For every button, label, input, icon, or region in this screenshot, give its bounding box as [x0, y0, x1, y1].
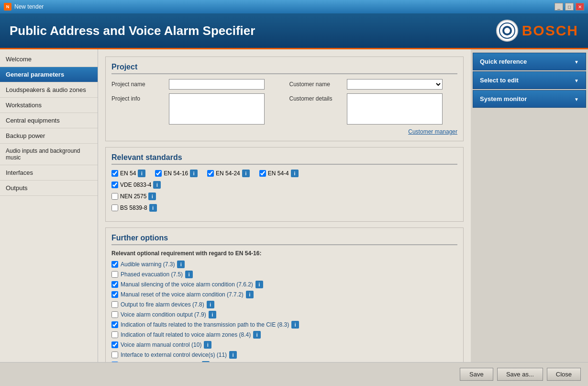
option-indication-fault-zones-checkbox[interactable]: [111, 331, 118, 338]
minimize-button[interactable]: _: [555, 3, 563, 11]
option-output-fire-checkbox[interactable]: [111, 301, 118, 308]
option-interface-external: Interface to external control device(s) …: [111, 351, 457, 359]
standard-en54-16-checkbox[interactable]: [155, 170, 162, 177]
option-audible-warning-info[interactable]: i: [177, 261, 185, 268]
project-name-input[interactable]: [169, 79, 265, 90]
option-interface-external-checkbox[interactable]: [111, 352, 118, 358]
standard-nen-info[interactable]: i: [148, 193, 156, 200]
standard-en54-4-checkbox[interactable]: [259, 170, 266, 177]
project-info-input[interactable]: [169, 93, 265, 125]
option-phased-evacuation-info[interactable]: i: [185, 271, 193, 278]
option-emergency-microphone-checkbox[interactable]: [111, 362, 118, 362]
app-title: Public Address and Voice Alarm Specifier: [10, 23, 496, 38]
project-section-title: Project: [111, 63, 457, 74]
customer-name-row: Customer name: [289, 79, 458, 90]
option-manual-reset-info[interactable]: i: [246, 291, 254, 298]
option-voice-alarm-manual-info[interactable]: i: [204, 341, 211, 349]
standard-en54-checkbox[interactable]: [111, 170, 118, 177]
option-audible-warning: Audible warning (7.3) i: [111, 261, 457, 268]
save-as-button[interactable]: Save as...: [497, 368, 543, 381]
option-manual-silencing-info[interactable]: i: [255, 281, 263, 288]
close-window-button[interactable]: ✕: [576, 3, 584, 11]
standard-en54-24-info[interactable]: i: [242, 170, 250, 177]
standard-vde-label: VDE 0833-4: [120, 182, 151, 188]
option-indication-faults-cie-info[interactable]: i: [291, 321, 299, 329]
sidebar-item-workstations[interactable]: Workstations: [0, 98, 98, 113]
save-button[interactable]: Save: [460, 368, 493, 381]
standard-en54-info[interactable]: i: [138, 170, 145, 177]
option-emergency-microphone-info[interactable]: i: [202, 361, 210, 362]
standard-en54-24-checkbox[interactable]: [207, 170, 214, 177]
option-audible-warning-checkbox[interactable]: [111, 261, 118, 268]
customer-name-select[interactable]: [347, 79, 443, 90]
option-indication-faults-cie-label: Indication of faults related to the tran…: [121, 321, 289, 328]
system-monitor-chevron-icon: [574, 95, 579, 102]
sidebar-item-general-parameters[interactable]: General parameters: [0, 67, 98, 82]
standards-row-3: NEN 2575 i: [111, 193, 457, 200]
standards-row-4: BS 5839-8 i: [111, 204, 457, 212]
option-indication-fault-zones: Indication of fault related to voice ala…: [111, 331, 457, 339]
customer-name-label: Customer name: [289, 79, 347, 88]
standard-bs-info[interactable]: i: [149, 204, 157, 212]
standard-en54-16-info[interactable]: i: [190, 170, 198, 177]
standard-vde-info[interactable]: i: [153, 181, 161, 189]
sidebar-item-loudspeakers[interactable]: Loudspeakers & audio zones: [0, 82, 98, 98]
option-output-fire: Output to fire alarm devices (7.8) i: [111, 301, 457, 308]
window-controls[interactable]: _ □ ✕: [555, 3, 584, 11]
sidebar-item-welcome[interactable]: Welcome: [0, 52, 98, 67]
sidebar-item-backup-power[interactable]: Backup power: [0, 128, 98, 144]
standard-bs-checkbox[interactable]: [111, 204, 118, 211]
right-panel: Quick reference Select to edit System mo…: [471, 49, 588, 362]
maximize-button[interactable]: □: [565, 3, 574, 11]
quick-reference-button[interactable]: Quick reference: [473, 53, 586, 70]
option-voice-alarm-manual-label: Voice alarm manual control (10): [121, 341, 201, 348]
standards-row-2: VDE 0833-4 i: [111, 181, 457, 189]
project-left-col: Project name Project info: [111, 79, 280, 135]
option-voice-alarm-output-label: Voice alarm condition output (7.9): [121, 311, 206, 318]
app-header: Public Address and Voice Alarm Specifier…: [0, 13, 588, 49]
customer-manager-link[interactable]: Customer manager: [289, 128, 458, 135]
standard-bs-label: BS 5839-8: [120, 204, 147, 211]
standard-en54-24: EN 54-24 i: [207, 170, 250, 177]
sidebar-item-central-equipments[interactable]: Central equipments: [0, 113, 98, 128]
customer-details-input[interactable]: [347, 93, 443, 125]
option-phased-evacuation-checkbox[interactable]: [111, 271, 118, 278]
project-name-label: Project name: [111, 79, 169, 88]
option-indication-fault-zones-info[interactable]: i: [253, 331, 261, 339]
relevant-requirement-label: Relevant optional requirement with regar…: [111, 250, 457, 257]
standard-en54-label: EN 54: [120, 170, 136, 177]
option-voice-alarm-output-info[interactable]: i: [209, 311, 216, 318]
option-emergency-microphone-label: Emergency microphone(s) (12): [121, 362, 200, 362]
option-manual-reset: Manual reset of the voice alarm conditio…: [111, 291, 457, 298]
project-section: Project Project name Project info Custom…: [105, 57, 464, 141]
option-manual-silencing-checkbox[interactable]: [111, 281, 118, 288]
window-title: New tender: [14, 3, 44, 10]
option-voice-alarm-manual-checkbox[interactable]: [111, 341, 118, 348]
system-monitor-button[interactable]: System monitor: [473, 90, 586, 108]
sidebar-item-audio-inputs[interactable]: Audio inputs and background music: [0, 144, 98, 165]
customer-details-label: Customer details: [289, 93, 347, 102]
option-voice-alarm-output-checkbox[interactable]: [111, 311, 118, 318]
option-indication-fault-zones-label: Indication of fault related to voice ala…: [121, 331, 251, 338]
option-manual-silencing-label: Manual silencing of the voice alarm cond…: [121, 281, 253, 288]
standard-en54: EN 54 i: [111, 170, 145, 177]
option-indication-faults-cie-checkbox[interactable]: [111, 321, 118, 328]
standard-nen-label: NEN 2575: [120, 193, 146, 200]
bosch-brand-text: BOSCH: [522, 23, 578, 39]
sidebar-item-outputs[interactable]: Outputs: [0, 181, 98, 196]
main-layout: Welcome General parameters Loudspeakers …: [0, 49, 588, 362]
standard-bs5839-8: BS 5839-8 i: [111, 204, 157, 212]
option-interface-external-info[interactable]: i: [229, 351, 237, 359]
option-output-fire-info[interactable]: i: [207, 301, 214, 308]
standard-vde-checkbox[interactable]: [111, 182, 118, 188]
option-indication-faults-cie: Indication of faults related to the tran…: [111, 321, 457, 329]
sidebar-item-interfaces[interactable]: Interfaces: [0, 165, 98, 181]
close-button[interactable]: Close: [547, 368, 581, 381]
option-audible-warning-label: Audible warning (7.3): [121, 261, 175, 268]
option-phased-evacuation-label: Phased evacuation (7.5): [121, 271, 183, 278]
option-manual-reset-checkbox[interactable]: [111, 291, 118, 298]
standard-nen-checkbox[interactable]: [111, 193, 118, 200]
select-to-edit-button[interactable]: Select to edit: [473, 71, 586, 89]
standard-en54-4-info[interactable]: i: [291, 170, 299, 177]
standard-nen2575: NEN 2575 i: [111, 193, 156, 200]
